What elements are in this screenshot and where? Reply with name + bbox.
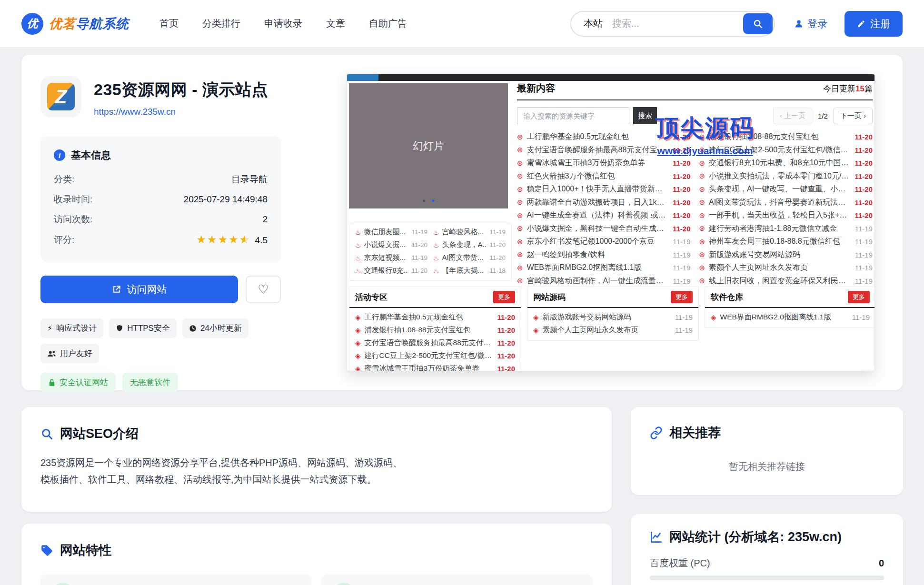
article-row: ⊛ 新版游戏账号交易网站源码 11-19 [699, 248, 873, 262]
lock-icon [48, 378, 56, 387]
article-row: ⊛ 工行鹏华基金抽0.5元现金红包 11-20 [517, 130, 691, 144]
tag-https: HTTPS安全 [109, 318, 177, 338]
more-button[interactable]: 更多 [671, 291, 693, 303]
article-link[interactable]: 素颜个人主页网址永久发布页 [709, 263, 850, 273]
article-link[interactable]: 支付宝语音唤醒服务抽最高88元支付宝红包 [527, 145, 668, 155]
favorite-button[interactable]: ♡ [246, 276, 281, 303]
tag-friendly: 用户友好 [40, 344, 99, 363]
article-date: 11-20 [497, 365, 515, 371]
hot-link-item[interactable]: ♨ 宫崎骏风格... 11-19 [433, 228, 506, 237]
users-icon [47, 350, 56, 357]
hot-link-item[interactable]: ♨ 【年底大揭... 11-18 [433, 266, 506, 275]
menu-item[interactable]: 自助广告 [369, 17, 407, 30]
hot-link-item[interactable]: ♨ 京东短视频... 11-19 [355, 253, 427, 262]
article-link[interactable]: 支付宝语音唤醒服务抽最高88元支付宝红包 [365, 338, 493, 348]
article-link[interactable]: 红色火箭抽3万个微信红包 [527, 171, 668, 181]
article-date: 11-20 [497, 313, 515, 321]
article-link[interactable]: 小说推文实拍玩法，零成本零门槛10元/单，轻... [709, 171, 850, 181]
article-date: 11-20 [854, 211, 873, 219]
user-icon [794, 19, 804, 29]
search-input[interactable] [612, 18, 722, 29]
hot-link-item[interactable]: ♨ 头条变现，A... 11-20 [433, 240, 506, 249]
section-row: ◈ WEB界面RMBG2.0抠图离线1.1版 11-19 [711, 311, 870, 324]
basic-info-header: i 基本信息 [54, 149, 268, 162]
article-link[interactable]: 浦发银行抽1.08-88元支付宝红包 [709, 132, 850, 142]
article-link[interactable]: 头条变现，AI一键改写、一键查重、小白可做... [709, 184, 850, 194]
new-badge-icon: ⊛ [517, 277, 523, 285]
article-link[interactable]: 工行鹏华基金抽0.5元现金红包 [527, 132, 668, 142]
hot-link-item[interactable]: ♨ 小说爆文掘... 11-20 [355, 240, 427, 249]
screenshot-browser-bar [347, 74, 874, 81]
article-link[interactable]: 稳定日入1000+！快手无人直播带货新玩法，... [527, 184, 668, 194]
fire-icon: ♨ [355, 267, 361, 275]
article-link[interactable]: 工行鹏华基金抽0.5元现金红包 [365, 312, 493, 322]
article-link[interactable]: 建行CC豆上架2-500元支付宝红包/微信立减金 [709, 145, 850, 155]
article-date: 11-20 [673, 185, 691, 193]
more-button[interactable]: 更多 [848, 291, 870, 303]
slideshow-dot-active[interactable]: ● [431, 197, 435, 204]
brand-logo[interactable]: 优 优茗导航系统 [21, 13, 129, 35]
gem-icon: ◈ [355, 352, 361, 360]
article-link[interactable]: 蜜雪冰城雪王币抽3万份奶茶免单券 [365, 364, 493, 371]
prev-page-button[interactable]: ‹ 上一页 [773, 108, 812, 124]
login-button[interactable]: 登录 [794, 17, 827, 30]
article-link[interactable]: 宫崎骏风格动画制作，AI一键生成流量暴涨，... [527, 276, 668, 286]
menu-item[interactable]: 文章 [326, 17, 345, 30]
star-icon: ★★★★ [196, 233, 239, 246]
slideshow-dot[interactable]: ● [422, 197, 426, 204]
article-date: 11-19 [673, 251, 690, 259]
article-link[interactable]: AI一键生成全赛道（法律）科普视频 或其他赛... [527, 210, 668, 220]
related-card: 相关推荐 暂无相关推荐链接 [631, 407, 903, 495]
section-row: ◈ 支付宝语音唤醒服务抽最高88元支付宝红包 11-20 [355, 337, 515, 349]
new-badge-icon: ⊛ [699, 264, 705, 272]
article-link[interactable]: 浦发银行抽1.08-88元支付宝红包 [365, 325, 493, 335]
gem-icon: ◈ [533, 326, 539, 335]
menu-item[interactable]: 首页 [159, 17, 179, 30]
article-link[interactable]: 小说爆文掘金，黑科技一键全自动生成，新手... [527, 224, 668, 234]
resource-search-input[interactable] [517, 107, 629, 124]
today-update-count: 今日更新15篇 [823, 83, 873, 94]
more-button[interactable]: 更多 [493, 291, 515, 303]
article-link[interactable]: 线上旧衣回收，闲置变黄金环保又利民，月入1... [709, 276, 850, 286]
new-badge-icon: ⊛ [517, 224, 523, 233]
article-link[interactable]: 两款靠谱全自动游戏搬砖项目，日入1k+，稳... [527, 198, 668, 208]
article-link[interactable]: 一部手机，当天出收益，轻松日入5张+，小白... [709, 210, 850, 220]
article-link[interactable]: 赵一鸣签到抽零食/饮料 [527, 250, 668, 260]
external-link-icon [112, 285, 121, 294]
latest-header: 最新内容 今日更新15篇 [517, 82, 873, 95]
article-date: 11-19 [855, 264, 873, 272]
gem-icon: ◈ [355, 365, 361, 372]
article-link[interactable]: AI图文带货玩法，抖音母婴赛道新玩法，简单... [709, 198, 850, 208]
register-button[interactable]: 注册 [845, 11, 903, 37]
article-link[interactable]: 新版游戏账号交易网站源码 [543, 312, 670, 322]
fire-icon: ♨ [355, 254, 361, 262]
gem-icon: ◈ [711, 313, 716, 322]
article-link[interactable]: 神州车友会周三抽0.18-88.8元微信红包 [709, 237, 850, 247]
article-link[interactable]: 京东小红书发笔记领1000-2000个京豆 [527, 237, 668, 247]
site-url-link[interactable]: https://www.235w.cn [94, 107, 176, 117]
article-link[interactable]: 新版游戏账号交易网站源码 [709, 250, 850, 260]
article-link[interactable]: 蜜雪冰城雪王币抽3万份奶茶免单券 [527, 158, 668, 168]
hot-link-item[interactable]: ♨ 微信朋友圈... 11-19 [355, 228, 427, 237]
hot-link-item[interactable]: ♨ 交通银行8充... 11-20 [355, 266, 427, 275]
next-page-button[interactable]: 下一页 › [834, 108, 873, 124]
article-date: 11-20 [497, 352, 515, 360]
latest-search-row: 搜索 ‹ 上一页 1/2 下一页 › [517, 107, 873, 124]
article-link[interactable]: 素颜个人主页网址永久发布页 [543, 325, 670, 335]
search-scope-select[interactable]: 本站 [571, 17, 612, 30]
menu-item[interactable]: 申请收录 [264, 17, 302, 30]
search-button[interactable] [743, 13, 773, 34]
visit-site-button[interactable]: 访问网站 [40, 276, 238, 303]
hot-link-item[interactable]: ♨ AI图文带货... 11-20 [433, 253, 506, 262]
article-link[interactable]: 交通银行8充10元电费、和8充10元中国移动话费 [709, 158, 850, 168]
article-link[interactable]: WEB界面RMBG2.0抠图离线1.1版 [527, 263, 668, 273]
article-link[interactable]: 建行CC豆上架2-500元支付宝红包/微信立减金 [365, 351, 493, 361]
new-badge-icon: ⊛ [699, 185, 705, 194]
article-link[interactable]: 建行劳动者港湾抽1-1.88元微信立减金 [709, 224, 850, 234]
resource-search-button[interactable]: 搜索 [633, 107, 657, 124]
article-row: ⊛ 稳定日入1000+！快手无人直播带货新玩法，... 11-20 [517, 183, 691, 196]
new-badge-icon: ⊛ [699, 238, 705, 246]
menu-item[interactable]: 分类排行 [202, 17, 240, 30]
site-screenshot-preview[interactable]: 幻灯片 ● ● ♨ 微信朋友圈... 11-19 ♨ 宫崎骏风格... 11-1… [347, 74, 875, 371]
article-link[interactable]: WEB界面RMBG2.0抠图离线1.1版 [720, 312, 847, 322]
